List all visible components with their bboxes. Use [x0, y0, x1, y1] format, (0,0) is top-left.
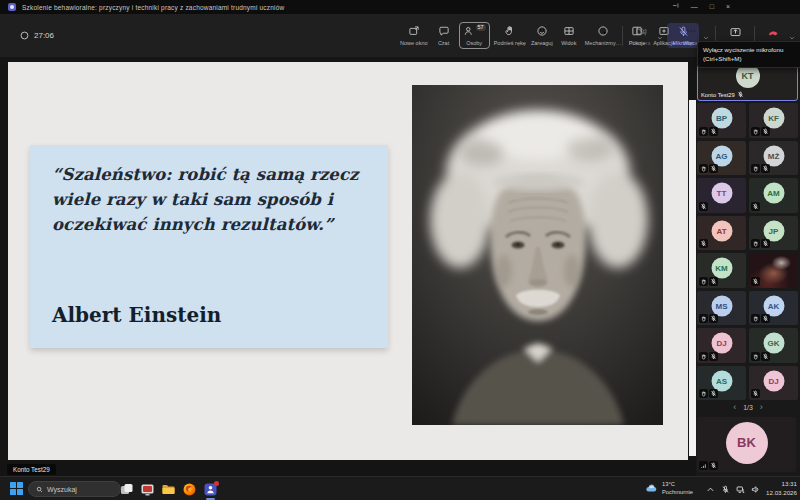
participant-tile[interactable]: MS [697, 291, 746, 326]
mic-badge-icon [761, 314, 770, 323]
participant-tile[interactable]: KM [697, 253, 746, 288]
self-name-label: Konto Test29 [701, 91, 744, 98]
microphone-button[interactable]: Mikrofon [667, 23, 699, 49]
camera-options-chevron-icon[interactable] [657, 27, 663, 45]
toolbar-separator [622, 26, 623, 46]
participants-sidebar: KT Konto Test29 BPKFAGMŻTTAMATJPKMMSAKDJ… [696, 57, 800, 476]
hand-badge-icon [699, 164, 708, 173]
participant-tile[interactable]: MŻ [749, 141, 798, 176]
hand-badge-icon [751, 164, 760, 173]
meeting-toolbar: 27:06 Nowe oknoCzat57OsobyPodnieś rękęZa… [0, 14, 800, 58]
start-button[interactable] [10, 482, 23, 495]
taskbar-apps [119, 481, 218, 497]
camera-button[interactable]: Kamera [629, 25, 653, 47]
task-view-icon[interactable] [119, 482, 134, 497]
participant-tile[interactable]: JP [749, 216, 798, 251]
chat-icon [438, 25, 450, 37]
participant-tile[interactable]: AK [749, 291, 798, 326]
participant-count-badge: 57 [476, 24, 486, 31]
weather-widget[interactable]: 13°C Pochmurnie [645, 481, 693, 497]
search-input[interactable]: Wyszukaj [28, 481, 121, 497]
mic-badge-icon [709, 277, 718, 286]
tray-volume-icon[interactable] [751, 480, 760, 498]
participant-tile[interactable]: AT [697, 216, 746, 251]
raise-hand-icon [504, 25, 516, 37]
toolbar-button-people[interactable]: 57Osoby [459, 22, 490, 49]
clock[interactable]: 13:31 12.03.2026 [766, 480, 797, 497]
minimize-button[interactable]: — [691, 0, 698, 14]
maximize-button[interactable]: □ [710, 0, 714, 14]
mic-badge-icon [761, 352, 770, 361]
pager-prev-icon[interactable]: ‹ [733, 403, 736, 412]
pinned-badges [699, 461, 718, 470]
hand-badge-icon [751, 314, 760, 323]
mic-badge-icon [761, 127, 770, 136]
participants-grid: BPKFAGMŻTTAMATJPKMMSAKDJGKASDJ [697, 103, 798, 400]
tray-mic-off-icon[interactable] [721, 480, 730, 498]
toolbar-button-chat[interactable]: Czat [432, 23, 456, 48]
toolbar-button-new-window[interactable]: Nowe okno [399, 23, 429, 48]
tray-chevron-up-icon[interactable] [706, 480, 715, 498]
hand-badge-icon [751, 352, 760, 361]
hand-badge-icon [751, 239, 760, 248]
mic-badge-icon [709, 164, 718, 173]
new-window-icon [408, 25, 420, 37]
participant-avatar: AM [763, 183, 784, 204]
toolbar-button-view[interactable]: Widok [557, 23, 581, 48]
accessibility-icon [597, 25, 609, 37]
panel-toggle-icon[interactable] [672, 0, 679, 14]
toolbar-button-raise-hand[interactable]: Podnieś rękę [493, 23, 527, 48]
hand-badge-icon [699, 352, 708, 361]
content-scrollbar[interactable] [689, 100, 696, 456]
hand-badge-icon [699, 277, 708, 286]
quote-box: “Szaleństwo: robić tą samą rzecz wiele r… [30, 145, 388, 348]
participant-tile[interactable]: AG [697, 141, 746, 176]
participant-tile[interactable]: AS [697, 366, 746, 401]
participant-tile[interactable]: DJ [697, 328, 746, 363]
mic-badge-icon [699, 239, 708, 248]
window-titlebar: Szkolenie behawioralne: przyczyny i tech… [0, 0, 800, 14]
close-button[interactable]: × [726, 0, 730, 14]
participant-tile[interactable]: BP [697, 103, 746, 138]
remote-desktop-icon[interactable] [140, 482, 155, 497]
toolbar-button-react[interactable]: Zareaguj [530, 23, 554, 48]
quote-text: “Szaleństwo: robić tą samą rzecz wiele r… [52, 163, 359, 237]
mic-off-icon [677, 25, 690, 38]
react-icon [536, 25, 548, 37]
shared-content-stage: “Szaleństwo: robić tą samą rzecz wiele r… [0, 57, 696, 462]
participant-tile[interactable]: DJ [749, 366, 798, 401]
cloud-icon [645, 482, 658, 495]
pager-next-icon[interactable]: › [760, 403, 763, 412]
participant-tile[interactable]: KF [749, 103, 798, 138]
mic-off-badge-icon [709, 461, 718, 470]
share-screen-icon [729, 25, 742, 38]
teams-meeting-window: Szkolenie behawioralne: przyczyny i tech… [0, 0, 800, 500]
pinned-participant-tile[interactable]: BK [697, 417, 796, 472]
participant-avatar: DJ [763, 370, 784, 391]
teams-app-icon[interactable] [203, 482, 218, 497]
file-explorer-icon[interactable] [161, 482, 176, 497]
windows-taskbar: Wyszukaj 13°C Pochmurnie [0, 476, 800, 500]
window-controls: — □ × [672, 0, 730, 14]
hangup-phone-icon [767, 25, 780, 38]
mic-badge-icon [709, 352, 718, 361]
participant-tile[interactable]: GK [749, 328, 798, 363]
meeting-timer: 27:06 [20, 14, 54, 57]
hand-badge-icon [751, 127, 760, 136]
mic-badge-icon [761, 239, 770, 248]
window-title: Szkolenie behawioralne: przyczyny i tech… [22, 4, 284, 11]
participant-video-tile[interactable] [749, 253, 798, 288]
signal-badge-icon [699, 461, 708, 470]
tray-network-icon[interactable] [736, 480, 745, 498]
mic-badge-icon [709, 314, 718, 323]
participants-pager: ‹ 1/3 › [696, 403, 800, 412]
pager-page-indicator: 1/3 [743, 404, 753, 411]
participant-tile[interactable]: TT [697, 178, 746, 213]
mic-badge-icon [751, 277, 760, 286]
participant-tile[interactable]: AM [749, 178, 798, 213]
mic-badge-icon [709, 127, 718, 136]
firefox-icon[interactable] [182, 482, 197, 497]
mic-off-icon [737, 91, 744, 98]
hand-badge-icon [699, 389, 708, 398]
toolbar-button-accessibility[interactable]: Mechanizmy… [584, 23, 622, 48]
